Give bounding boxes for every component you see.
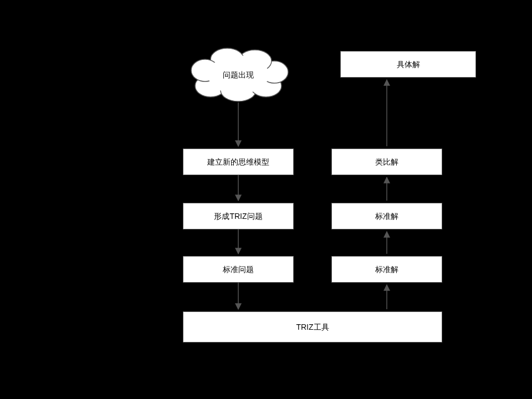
diagram: 问题出现 建立新的思维模型 形成TRIZ问题 标准问题 具体解 类比解 标准解 … — [0, 0, 532, 399]
cloud-start-label: 问题出现 — [217, 70, 259, 80]
arrows-layer — [0, 0, 532, 399]
